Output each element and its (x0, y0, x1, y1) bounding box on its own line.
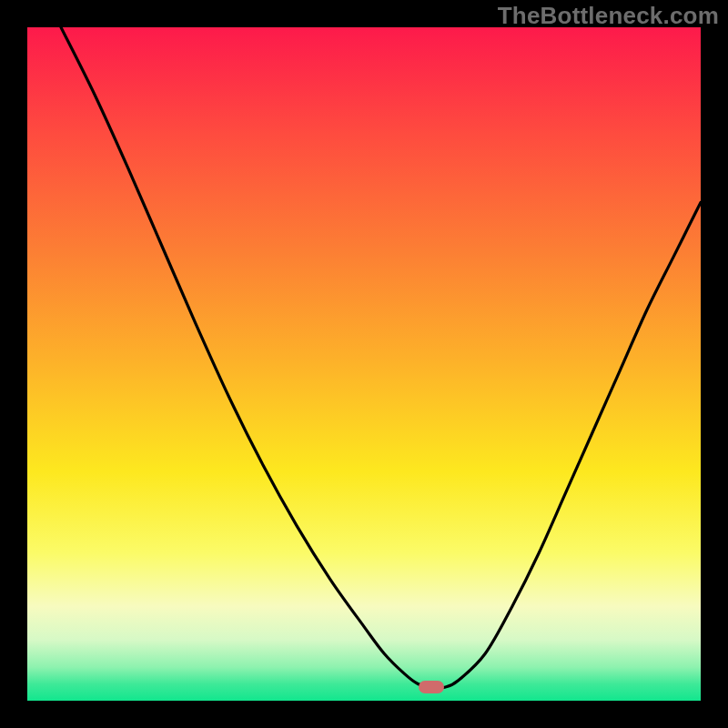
watermark-text: TheBottleneck.com (498, 2, 719, 30)
bottleneck-curve (61, 27, 701, 688)
curve-layer (27, 27, 701, 701)
plot-area (27, 27, 701, 701)
bottleneck-marker (419, 681, 444, 693)
chart-frame: TheBottleneck.com (0, 0, 728, 728)
